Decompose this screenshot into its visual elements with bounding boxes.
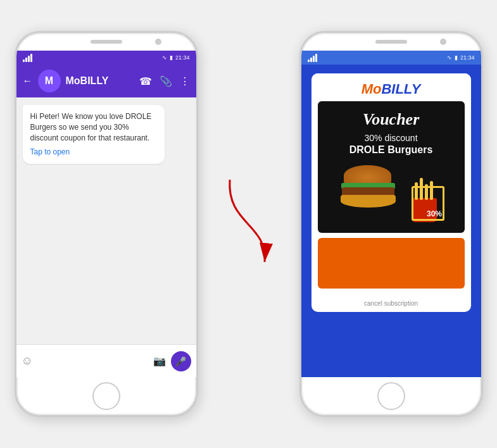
phone-voucher: ∿ ▮ 21:34 MoBILLY Voucher 30% discount D…	[299, 31, 483, 417]
contact-name: MoBILLY	[66, 75, 134, 87]
voucher-title: Voucher	[363, 110, 420, 129]
phone-bottom	[16, 377, 196, 415]
side-button-volume-up-2	[299, 96, 301, 115]
messenger-body: Hi Peter! We know you love DROLE Burgers…	[16, 97, 196, 344]
speaker	[91, 40, 122, 44]
voucher-orange-section	[318, 238, 465, 289]
status-bar: ∿ ▮ 21:34	[16, 51, 196, 65]
voucher-restaurant: DROLE Burguers	[349, 144, 433, 156]
battery-icon: ▮	[170, 54, 173, 61]
phone-screen-2: ∿ ▮ 21:34 MoBILLY Voucher 30% discount D…	[301, 51, 481, 377]
signal-bar-1b	[308, 59, 310, 62]
signal-bar-2	[25, 58, 27, 62]
brand-mo: Mo	[362, 81, 382, 97]
home-button[interactable]	[92, 382, 120, 410]
front-camera-2	[440, 39, 446, 45]
percent-badge: 30%	[427, 209, 442, 218]
voucher-dark-section: Voucher 30% discount DROLE Burguers	[318, 101, 465, 233]
call-icon[interactable]: ☎	[139, 75, 152, 87]
side-button-volume-down-2	[299, 121, 301, 140]
mic-icon: 🎤	[175, 356, 186, 366]
contact-avatar: M	[38, 70, 61, 92]
voucher-card: MoBILLY Voucher 30% discount DROLE Burgu…	[311, 73, 471, 312]
voucher-brand: MoBILLY	[311, 73, 471, 101]
brand-billy: BILLY	[381, 81, 420, 97]
signal-bar-2b	[310, 58, 312, 62]
signal-icon-2	[308, 54, 317, 62]
status-right: ∿ ▮ 21:34	[162, 54, 190, 61]
mic-button[interactable]: 🎤	[171, 351, 191, 371]
bun-bottom	[341, 195, 396, 208]
arrow-container	[223, 161, 274, 287]
status-bar-2: ∿ ▮ 21:34	[301, 51, 481, 65]
side-button-power	[197, 109, 198, 140]
side-button-volume-down	[15, 121, 16, 140]
status-time: 21:34	[175, 54, 190, 61]
attach-icon[interactable]: 📎	[160, 75, 172, 87]
signal-bar-1	[23, 59, 25, 62]
status-right-2: ∿ ▮ 21:34	[447, 54, 475, 61]
voucher-footer: cancel subscription	[311, 295, 471, 312]
burger-graphic	[339, 165, 408, 222]
red-arrow-svg	[223, 161, 274, 287]
messenger-header: ← M MoBILLY ☎ 📎 ⋮	[16, 65, 196, 97]
message-text: Hi Peter! We know you love DROLE Burgers…	[30, 112, 152, 142]
input-bar: ☺ 📷 🎤	[16, 344, 196, 377]
signal-bar-3b	[313, 56, 315, 62]
status-time-2: 21:34	[460, 54, 475, 61]
tap-to-open-link[interactable]: Tap to open	[30, 147, 157, 158]
message-bubble: Hi Peter! We know you love DROLE Burgers…	[23, 105, 165, 164]
front-camera	[155, 39, 161, 45]
header-action-icons: ☎ 📎 ⋮	[139, 75, 190, 87]
phone-top-bar-2	[301, 33, 481, 51]
voucher-image-area: 30%	[325, 162, 457, 225]
signal-bar-3	[28, 56, 30, 62]
speaker-2	[375, 40, 407, 44]
phone-messenger: ∿ ▮ 21:34 ← M MoBILLY ☎ 📎 ⋮ Hi Peter! We…	[15, 31, 198, 417]
battery-icon-2: ▮	[455, 54, 458, 61]
voucher-screen: MoBILLY Voucher 30% discount DROLE Burgu…	[301, 65, 481, 377]
signal-bar-4	[30, 54, 32, 62]
back-button[interactable]: ←	[23, 75, 33, 87]
wifi-icon: ∿	[162, 54, 167, 61]
phone-screen: ∿ ▮ 21:34 ← M MoBILLY ☎ 📎 ⋮ Hi Peter! We…	[16, 51, 196, 377]
more-icon[interactable]: ⋮	[180, 75, 190, 87]
emoji-icon[interactable]: ☺	[22, 354, 33, 368]
camera-icon[interactable]: 📷	[153, 355, 166, 367]
side-button-power-2	[482, 109, 483, 140]
message-input[interactable]	[38, 351, 148, 371]
signal-icon	[23, 54, 32, 62]
phone-top-bar	[16, 33, 196, 51]
side-button-volume-up	[15, 96, 16, 115]
home-button-2[interactable]	[377, 382, 405, 410]
phone-bottom-2	[301, 377, 481, 415]
cancel-subscription-link[interactable]: cancel subscription	[364, 300, 418, 307]
fries-graphic: 30%	[408, 165, 443, 222]
voucher-discount-line1: 30% discount	[364, 133, 417, 143]
signal-bar-4b	[315, 54, 317, 62]
wifi-icon-2: ∿	[447, 54, 452, 61]
